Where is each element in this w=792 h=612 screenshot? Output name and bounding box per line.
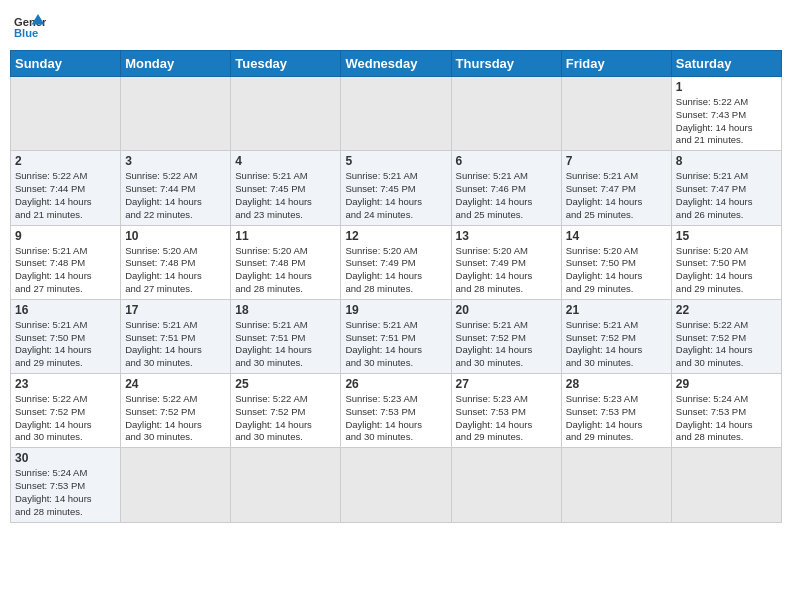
- day-number: 20: [456, 303, 557, 317]
- calendar-cell: 26Sunrise: 5:23 AM Sunset: 7:53 PM Dayli…: [341, 374, 451, 448]
- day-info: Sunrise: 5:21 AM Sunset: 7:48 PM Dayligh…: [15, 245, 116, 296]
- calendar-cell: 6Sunrise: 5:21 AM Sunset: 7:46 PM Daylig…: [451, 151, 561, 225]
- calendar-cell: 16Sunrise: 5:21 AM Sunset: 7:50 PM Dayli…: [11, 299, 121, 373]
- day-number: 3: [125, 154, 226, 168]
- day-info: Sunrise: 5:20 AM Sunset: 7:48 PM Dayligh…: [235, 245, 336, 296]
- week-row-0: 1Sunrise: 5:22 AM Sunset: 7:43 PM Daylig…: [11, 77, 782, 151]
- calendar-cell: 28Sunrise: 5:23 AM Sunset: 7:53 PM Dayli…: [561, 374, 671, 448]
- week-row-1: 2Sunrise: 5:22 AM Sunset: 7:44 PM Daylig…: [11, 151, 782, 225]
- calendar-table: SundayMondayTuesdayWednesdayThursdayFrid…: [10, 50, 782, 523]
- day-info: Sunrise: 5:24 AM Sunset: 7:53 PM Dayligh…: [676, 393, 777, 444]
- week-row-4: 23Sunrise: 5:22 AM Sunset: 7:52 PM Dayli…: [11, 374, 782, 448]
- day-info: Sunrise: 5:23 AM Sunset: 7:53 PM Dayligh…: [456, 393, 557, 444]
- day-info: Sunrise: 5:22 AM Sunset: 7:52 PM Dayligh…: [235, 393, 336, 444]
- calendar-cell: 18Sunrise: 5:21 AM Sunset: 7:51 PM Dayli…: [231, 299, 341, 373]
- day-number: 13: [456, 229, 557, 243]
- logo-icon: General Blue: [14, 10, 46, 42]
- calendar-cell: [671, 448, 781, 522]
- calendar-cell: [451, 448, 561, 522]
- day-number: 27: [456, 377, 557, 391]
- weekday-header-sunday: Sunday: [11, 51, 121, 77]
- calendar-cell: 4Sunrise: 5:21 AM Sunset: 7:45 PM Daylig…: [231, 151, 341, 225]
- day-number: 12: [345, 229, 446, 243]
- day-number: 1: [676, 80, 777, 94]
- day-number: 24: [125, 377, 226, 391]
- day-number: 15: [676, 229, 777, 243]
- calendar-cell: 20Sunrise: 5:21 AM Sunset: 7:52 PM Dayli…: [451, 299, 561, 373]
- weekday-header-tuesday: Tuesday: [231, 51, 341, 77]
- svg-text:Blue: Blue: [14, 27, 38, 39]
- day-info: Sunrise: 5:21 AM Sunset: 7:52 PM Dayligh…: [566, 319, 667, 370]
- calendar-cell: 14Sunrise: 5:20 AM Sunset: 7:50 PM Dayli…: [561, 225, 671, 299]
- calendar-cell: [231, 448, 341, 522]
- calendar-cell: 25Sunrise: 5:22 AM Sunset: 7:52 PM Dayli…: [231, 374, 341, 448]
- week-row-5: 30Sunrise: 5:24 AM Sunset: 7:53 PM Dayli…: [11, 448, 782, 522]
- calendar-cell: 8Sunrise: 5:21 AM Sunset: 7:47 PM Daylig…: [671, 151, 781, 225]
- calendar-cell: [451, 77, 561, 151]
- day-number: 2: [15, 154, 116, 168]
- day-info: Sunrise: 5:22 AM Sunset: 7:44 PM Dayligh…: [15, 170, 116, 221]
- calendar-cell: [121, 77, 231, 151]
- calendar-cell: 12Sunrise: 5:20 AM Sunset: 7:49 PM Dayli…: [341, 225, 451, 299]
- day-number: 21: [566, 303, 667, 317]
- day-number: 8: [676, 154, 777, 168]
- day-number: 11: [235, 229, 336, 243]
- calendar-cell: 27Sunrise: 5:23 AM Sunset: 7:53 PM Dayli…: [451, 374, 561, 448]
- day-info: Sunrise: 5:21 AM Sunset: 7:46 PM Dayligh…: [456, 170, 557, 221]
- day-number: 7: [566, 154, 667, 168]
- weekday-header-friday: Friday: [561, 51, 671, 77]
- day-info: Sunrise: 5:21 AM Sunset: 7:51 PM Dayligh…: [125, 319, 226, 370]
- day-info: Sunrise: 5:21 AM Sunset: 7:45 PM Dayligh…: [235, 170, 336, 221]
- calendar-cell: 10Sunrise: 5:20 AM Sunset: 7:48 PM Dayli…: [121, 225, 231, 299]
- weekday-header-wednesday: Wednesday: [341, 51, 451, 77]
- day-info: Sunrise: 5:24 AM Sunset: 7:53 PM Dayligh…: [15, 467, 116, 518]
- day-info: Sunrise: 5:21 AM Sunset: 7:52 PM Dayligh…: [456, 319, 557, 370]
- calendar-cell: 17Sunrise: 5:21 AM Sunset: 7:51 PM Dayli…: [121, 299, 231, 373]
- calendar-cell: [121, 448, 231, 522]
- day-number: 19: [345, 303, 446, 317]
- day-info: Sunrise: 5:20 AM Sunset: 7:50 PM Dayligh…: [566, 245, 667, 296]
- weekday-header-saturday: Saturday: [671, 51, 781, 77]
- page-header: General Blue: [10, 10, 782, 42]
- day-number: 30: [15, 451, 116, 465]
- day-number: 6: [456, 154, 557, 168]
- calendar-cell: 7Sunrise: 5:21 AM Sunset: 7:47 PM Daylig…: [561, 151, 671, 225]
- logo: General Blue: [14, 10, 46, 42]
- week-row-2: 9Sunrise: 5:21 AM Sunset: 7:48 PM Daylig…: [11, 225, 782, 299]
- calendar-cell: 2Sunrise: 5:22 AM Sunset: 7:44 PM Daylig…: [11, 151, 121, 225]
- calendar-cell: 13Sunrise: 5:20 AM Sunset: 7:49 PM Dayli…: [451, 225, 561, 299]
- week-row-3: 16Sunrise: 5:21 AM Sunset: 7:50 PM Dayli…: [11, 299, 782, 373]
- calendar-cell: [561, 448, 671, 522]
- calendar-cell: 22Sunrise: 5:22 AM Sunset: 7:52 PM Dayli…: [671, 299, 781, 373]
- day-info: Sunrise: 5:20 AM Sunset: 7:49 PM Dayligh…: [345, 245, 446, 296]
- calendar-cell: 23Sunrise: 5:22 AM Sunset: 7:52 PM Dayli…: [11, 374, 121, 448]
- day-number: 28: [566, 377, 667, 391]
- day-info: Sunrise: 5:20 AM Sunset: 7:48 PM Dayligh…: [125, 245, 226, 296]
- calendar-cell: [341, 77, 451, 151]
- day-number: 4: [235, 154, 336, 168]
- day-info: Sunrise: 5:22 AM Sunset: 7:44 PM Dayligh…: [125, 170, 226, 221]
- calendar-cell: 29Sunrise: 5:24 AM Sunset: 7:53 PM Dayli…: [671, 374, 781, 448]
- day-number: 10: [125, 229, 226, 243]
- day-number: 14: [566, 229, 667, 243]
- calendar-cell: 9Sunrise: 5:21 AM Sunset: 7:48 PM Daylig…: [11, 225, 121, 299]
- day-number: 17: [125, 303, 226, 317]
- calendar-cell: 30Sunrise: 5:24 AM Sunset: 7:53 PM Dayli…: [11, 448, 121, 522]
- day-info: Sunrise: 5:22 AM Sunset: 7:52 PM Dayligh…: [125, 393, 226, 444]
- calendar-cell: [11, 77, 121, 151]
- day-info: Sunrise: 5:22 AM Sunset: 7:43 PM Dayligh…: [676, 96, 777, 147]
- day-info: Sunrise: 5:21 AM Sunset: 7:51 PM Dayligh…: [235, 319, 336, 370]
- day-number: 23: [15, 377, 116, 391]
- weekday-header-monday: Monday: [121, 51, 231, 77]
- calendar-body: 1Sunrise: 5:22 AM Sunset: 7:43 PM Daylig…: [11, 77, 782, 523]
- day-number: 22: [676, 303, 777, 317]
- calendar-cell: 1Sunrise: 5:22 AM Sunset: 7:43 PM Daylig…: [671, 77, 781, 151]
- day-number: 26: [345, 377, 446, 391]
- day-number: 25: [235, 377, 336, 391]
- day-info: Sunrise: 5:23 AM Sunset: 7:53 PM Dayligh…: [345, 393, 446, 444]
- weekday-header-row: SundayMondayTuesdayWednesdayThursdayFrid…: [11, 51, 782, 77]
- calendar-cell: 24Sunrise: 5:22 AM Sunset: 7:52 PM Dayli…: [121, 374, 231, 448]
- day-info: Sunrise: 5:21 AM Sunset: 7:47 PM Dayligh…: [676, 170, 777, 221]
- day-number: 18: [235, 303, 336, 317]
- day-number: 9: [15, 229, 116, 243]
